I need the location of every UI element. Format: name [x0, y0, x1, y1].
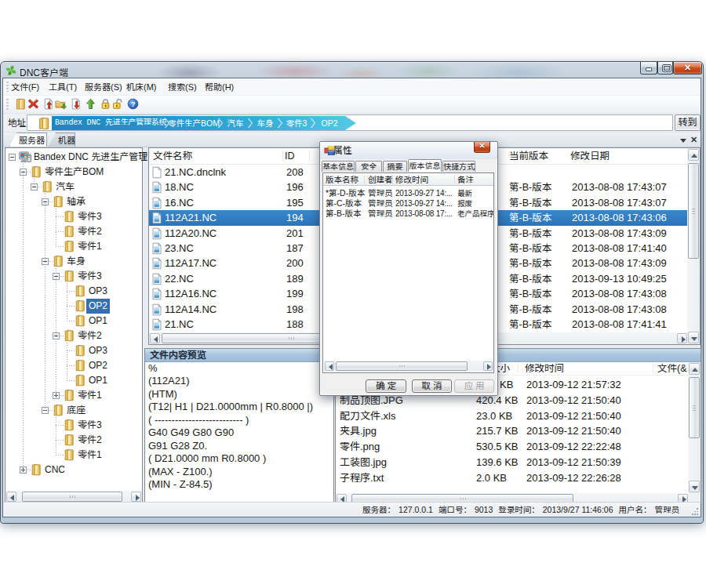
- scroll-right-button[interactable]: [131, 492, 141, 502]
- minimize-button[interactable]: [640, 62, 657, 74]
- column-header-3[interactable]: 当前版本: [509, 148, 548, 165]
- scroll-thumb[interactable]: [336, 361, 468, 371]
- column-header-4[interactable]: 修改日期: [570, 148, 610, 165]
- menu-item-4[interactable]: 机床(M): [125, 78, 158, 96]
- scroll-up-button[interactable]: [688, 149, 699, 161]
- tree-item[interactable]: 零件3: [5, 269, 142, 284]
- tree-item[interactable]: 零件1: [5, 239, 142, 254]
- tree-item[interactable]: 车身: [5, 254, 142, 269]
- tree-item[interactable]: 零件1: [5, 388, 142, 403]
- tree-item[interactable]: 零件生产BOM: [5, 165, 142, 180]
- breadcrumb-item-4[interactable]: 车身: [250, 116, 280, 130]
- pane-collapse-button[interactable]: [679, 135, 688, 145]
- attachments-vertical-scrollbar[interactable]: [688, 362, 701, 493]
- toolbar-grip[interactable]: [6, 99, 9, 110]
- column-separator[interactable]: [454, 175, 455, 183]
- scroll-left-button[interactable]: [6, 492, 16, 502]
- address-field[interactable]: Bandex DNC 先进生产管理系统零件生产BOM汽车车身零件3OP2: [27, 114, 673, 131]
- dialog-tab-2[interactable]: 安全: [355, 161, 382, 172]
- upload-file-icon[interactable]: [42, 98, 56, 111]
- scroll-left-button[interactable]: [325, 361, 334, 371]
- close-button[interactable]: [673, 62, 702, 74]
- column-header-3[interactable]: 文件(&: [657, 362, 687, 376]
- import-folder-icon[interactable]: [55, 98, 68, 111]
- tree-item[interactable]: 汽车: [5, 180, 142, 194]
- breadcrumb-item-6[interactable]: OP2: [313, 116, 346, 130]
- dialog-tab-3[interactable]: 摘要: [383, 161, 407, 172]
- tree-item[interactable]: CNC: [5, 463, 142, 477]
- column-separator[interactable]: [518, 364, 519, 373]
- dialog-close-button[interactable]: [474, 142, 490, 153]
- dialog-tab-5[interactable]: 快捷方式: [442, 161, 475, 172]
- tree-item[interactable]: Bandex DNC 先进生产管理系统: [5, 150, 142, 165]
- scroll-left-button[interactable]: [150, 333, 160, 343]
- attachment-row[interactable]: 工装图.jpg139.6 KB2013-09-12 21:50:39: [336, 455, 688, 470]
- tree-item[interactable]: OP1: [5, 373, 142, 388]
- pane-tab-1[interactable]: 服务器: [9, 132, 47, 147]
- tree-item[interactable]: 零件1: [5, 448, 142, 463]
- breadcrumb-item-5[interactable]: 零件3: [280, 116, 313, 130]
- file-list-vertical-scrollbar[interactable]: [687, 148, 700, 344]
- cancel-button[interactable]: 取 消: [412, 379, 452, 393]
- menu-item-6[interactable]: 帮助(H): [203, 78, 235, 96]
- version-column-header-2[interactable]: 创建者: [368, 173, 393, 186]
- scroll-up-button[interactable]: [689, 363, 700, 375]
- scroll-thumb[interactable]: [22, 492, 122, 502]
- column-separator[interactable]: [282, 151, 283, 162]
- pane-tab-2[interactable]: 机器: [49, 132, 75, 147]
- version-table-horizontal-scrollbar[interactable]: [324, 361, 493, 372]
- tree-item[interactable]: OP3: [5, 343, 142, 358]
- tree-horizontal-scrollbar[interactable]: [5, 491, 142, 503]
- scroll-right-button[interactable]: [677, 333, 687, 343]
- column-header-2[interactable]: ID: [285, 148, 295, 165]
- column-separator[interactable]: [364, 175, 365, 183]
- resize-grip[interactable]: [691, 507, 699, 515]
- tree-item[interactable]: 零件2: [5, 328, 142, 343]
- new-folder-icon[interactable]: [14, 98, 27, 111]
- unlock-icon[interactable]: [111, 98, 125, 111]
- tree-item[interactable]: 零件3: [5, 209, 142, 224]
- column-separator[interactable]: [392, 175, 393, 183]
- tree-item[interactable]: 底座: [5, 403, 142, 418]
- tree-item[interactable]: 轴承: [5, 194, 142, 209]
- delete-icon[interactable]: [27, 98, 41, 111]
- column-header-2[interactable]: 修改时间: [525, 362, 564, 376]
- help-icon[interactable]: ?: [127, 98, 140, 111]
- breadcrumb-item-3[interactable]: 汽车: [220, 116, 250, 130]
- dialog-title-bar[interactable]: 属性: [320, 142, 497, 159]
- scroll-right-button[interactable]: [483, 361, 493, 371]
- dialog-tab-4[interactable]: 版本信息: [408, 159, 442, 172]
- pane-close-button[interactable]: [690, 135, 700, 145]
- tree-item[interactable]: OP2: [5, 299, 142, 314]
- scroll-thumb[interactable]: [688, 163, 699, 259]
- go-button[interactable]: 转到: [675, 114, 701, 131]
- version-column-header-4[interactable]: 备注: [457, 173, 474, 186]
- scroll-down-button[interactable]: [689, 481, 700, 492]
- menu-item-2[interactable]: 工具(T): [47, 78, 78, 96]
- tree-item[interactable]: 零件2: [5, 433, 142, 448]
- column-separator[interactable]: [309, 151, 310, 162]
- tree-item[interactable]: OP1: [5, 314, 142, 328]
- title-bar[interactable]: DNC客户端: [1, 62, 703, 78]
- menu-item-5[interactable]: 搜索(S): [166, 78, 198, 96]
- scroll-down-button[interactable]: [688, 332, 699, 343]
- version-column-header-3[interactable]: 修改时间: [395, 173, 428, 186]
- tree-item[interactable]: OP3: [5, 284, 142, 299]
- menu-item-1[interactable]: 文件(F): [9, 78, 41, 96]
- menu-item-3[interactable]: 服务器(S): [83, 78, 124, 96]
- tree-item[interactable]: 零件3: [5, 418, 142, 433]
- maximize-button[interactable]: [657, 62, 673, 74]
- version-row[interactable]: 第-C-版本管理员2013-09-27 14:...报废: [323, 198, 493, 209]
- version-row[interactable]: 第-B-版本管理员2013-08-08 17:...老产品程序: [323, 209, 493, 219]
- tree-collapse-icon[interactable]: [9, 154, 16, 161]
- preview-content[interactable]: %(112A21)(HTM)(T12| H1 | D21.0000mm | R0…: [148, 362, 332, 491]
- attachment-row[interactable]: 零件.png530.5 KB2013-09-12 22:22:48: [336, 439, 688, 455]
- column-header-1[interactable]: 文件名称: [153, 148, 192, 165]
- breadcrumb-item-1[interactable]: Bandex DNC 先进生产管理系统: [52, 116, 167, 130]
- version-column-header-1[interactable]: 版本名称: [326, 173, 358, 186]
- attachment-row[interactable]: 配刀文件.xls23.0 KB2013-09-12 21:50:40: [336, 408, 688, 424]
- ok-button[interactable]: 确 定: [366, 379, 406, 393]
- menubar-grip[interactable]: [6, 82, 9, 92]
- download-file-icon[interactable]: [70, 98, 83, 111]
- column-separator[interactable]: [653, 364, 653, 373]
